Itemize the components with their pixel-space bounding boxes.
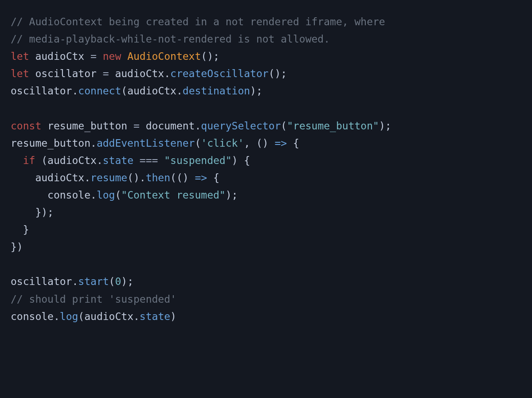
token-string: "resume_button"	[287, 120, 379, 132]
token-arrow: =>	[195, 172, 207, 183]
token-punc: )	[170, 311, 176, 322]
token-punc: });	[11, 207, 54, 218]
token-method: querySelector	[201, 120, 281, 132]
token-method: resume	[90, 172, 127, 183]
token-ident	[11, 155, 23, 166]
token-punc: {	[207, 172, 219, 183]
token-method: addEventListener	[97, 137, 195, 149]
token-punc: (()	[170, 172, 195, 183]
token-op: =	[90, 51, 103, 62]
token-ident: console	[11, 189, 90, 201]
token-punc: .	[97, 155, 103, 166]
token-punc: (	[281, 120, 287, 132]
token-ident: console	[11, 311, 54, 322]
token-punc: .	[133, 311, 140, 322]
token-punc: .	[164, 68, 170, 79]
token-ident: audioCtx	[127, 85, 176, 97]
token-prop: state	[103, 155, 133, 166]
token-ident: audioCtx	[84, 311, 133, 322]
token-op: ===	[133, 155, 164, 166]
token-punc: {	[287, 137, 299, 149]
token-punc: (	[115, 189, 121, 201]
token-punc: (	[78, 311, 84, 322]
token-punc: (	[121, 85, 127, 97]
token-punc: );	[250, 85, 262, 97]
token-ident: audioCtx	[29, 51, 90, 62]
token-punc: .	[90, 137, 97, 149]
token-method: start	[78, 276, 109, 287]
token-ident: audioCtx	[11, 172, 84, 183]
token-prop: destination	[183, 85, 250, 97]
token-method: then	[146, 172, 170, 183]
token-punc: (	[35, 155, 47, 166]
token-punc: .	[54, 311, 60, 322]
token-punc: }	[11, 224, 29, 235]
token-punc: , ()	[244, 137, 274, 149]
token-keyword: if	[23, 155, 35, 166]
token-prop: state	[140, 311, 170, 322]
token-string: "Context resumed"	[121, 189, 225, 201]
token-punc: ().	[127, 172, 146, 183]
token-comment: // should print 'suspended'	[11, 293, 176, 305]
token-string: 'click'	[201, 137, 244, 149]
token-op: =	[103, 68, 115, 79]
token-punc: ();	[269, 68, 287, 79]
token-method: connect	[78, 85, 121, 97]
token-ident: oscillator	[11, 276, 72, 287]
token-punc: );	[226, 189, 238, 201]
token-method: log	[97, 189, 115, 201]
token-punc: .	[176, 85, 183, 97]
token-punc: })	[11, 241, 23, 253]
token-arrow: =>	[274, 137, 287, 149]
token-ident: resume_button	[41, 120, 133, 132]
code-block: // AudioContext being created in a not r…	[11, 13, 521, 325]
token-punc: ();	[201, 51, 219, 62]
token-punc: ) {	[232, 155, 250, 166]
token-string: "suspended"	[164, 155, 231, 166]
token-num: 0	[115, 276, 121, 287]
token-comment: // media-playback-while-not-rendered is …	[11, 33, 330, 45]
token-class: AudioContext	[127, 51, 201, 62]
token-punc: (	[109, 276, 115, 287]
token-comment: // AudioContext being created in a not r…	[11, 16, 385, 27]
token-keyword: const	[11, 120, 41, 132]
token-ident: document	[146, 120, 195, 132]
token-method: log	[60, 311, 78, 322]
token-punc: );	[379, 120, 391, 132]
token-punc: (	[195, 137, 201, 149]
token-keyword: new	[103, 51, 127, 62]
token-punc: .	[195, 120, 201, 132]
token-punc: .	[90, 189, 97, 201]
token-punc: .	[72, 276, 78, 287]
token-ident: oscillator	[11, 85, 72, 97]
token-ident: resume_button	[11, 137, 90, 149]
token-ident: audioCtx	[47, 155, 97, 166]
token-keyword: let	[11, 68, 29, 79]
token-punc: .	[84, 172, 90, 183]
token-ident: audioCtx	[115, 68, 164, 79]
token-punc: );	[121, 276, 133, 287]
token-ident: oscillator	[29, 68, 103, 79]
code-content: // AudioContext being created in a not r…	[11, 16, 391, 322]
token-op: =	[133, 120, 146, 132]
token-punc: .	[72, 85, 78, 97]
token-keyword: let	[11, 51, 29, 62]
token-method: createOscillator	[170, 68, 269, 79]
